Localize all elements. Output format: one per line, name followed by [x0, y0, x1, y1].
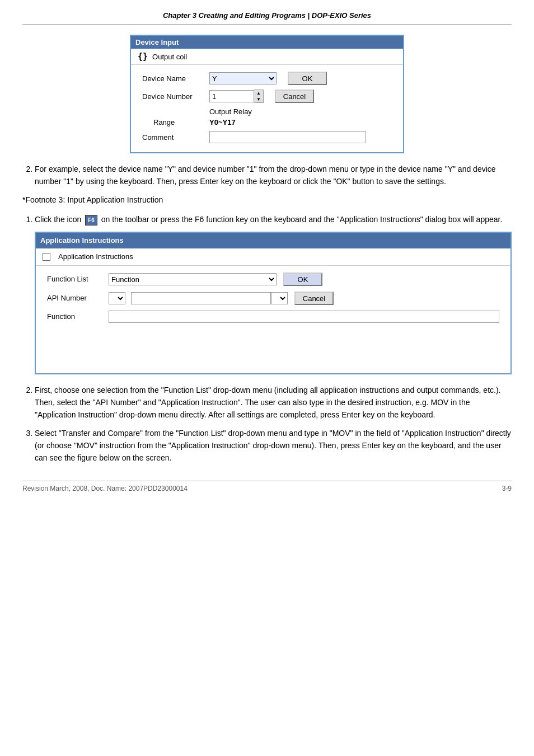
f6-icon: F6 — [85, 215, 97, 226]
device-name-label: Device Name — [142, 74, 209, 83]
comment-row: Comment — [142, 131, 392, 143]
device-input-title: Device Input — [131, 36, 403, 49]
function-label: Function — [47, 311, 109, 322]
device-name-row: Device Name Y OK — [142, 72, 392, 85]
api-number-row: API Number Cancel — [47, 292, 499, 305]
spinner-down[interactable]: ▼ — [254, 96, 263, 102]
app-dialog-subtitle-label: Application Instructions — [58, 251, 133, 262]
page-header: Chapter 3 Creating and Editing Programs … — [22, 11, 512, 25]
app-dialog-title: Application Instructions — [36, 233, 510, 248]
comment-label: Comment — [142, 133, 209, 142]
range-label: Range — [153, 118, 209, 126]
page-footer: Revision March, 2008, Doc. Name: 2007PDD… — [22, 481, 512, 492]
spinner-up[interactable]: ▲ — [254, 90, 263, 96]
step1-text-before: Click the icon — [35, 215, 81, 224]
app-dialog-body: Function List Function OK API Number — [36, 266, 510, 373]
step2-text: For example, select the device name "Y" … — [35, 165, 496, 186]
output-relay-label: Output Relay — [209, 107, 392, 116]
checkbox-icon[interactable] — [43, 253, 50, 261]
footnote-list-item-3: Select "Transfer and Compare" from the "… — [35, 428, 512, 464]
footnote-list-item-1: Click the icon F6 on the toolbar or pres… — [35, 214, 512, 374]
main-list: For example, select the device name "Y" … — [35, 163, 512, 187]
api-number-select[interactable] — [109, 292, 125, 304]
function-list-row: Function List Function OK — [47, 273, 499, 286]
header-text: Chapter 3 Creating and Editing Programs … — [163, 11, 312, 20]
ok-button[interactable]: OK — [288, 72, 327, 85]
range-value: Y0~Y17 — [209, 118, 236, 126]
step1-text-after: on the toolbar or press the F6 function … — [101, 215, 503, 224]
function-list-select[interactable]: Function — [109, 273, 277, 285]
function-input[interactable] — [109, 311, 499, 323]
app-instructions-dialog: Application Instructions Application Ins… — [35, 232, 512, 374]
app-cancel-button[interactable]: Cancel — [294, 292, 334, 305]
device-input-body: Device Name Y OK Device Number ▲ ▼ Cance… — [131, 65, 403, 152]
step3-app-text: Select "Transfer and Compare" from the "… — [35, 429, 511, 462]
function-list-label: Function List — [47, 274, 109, 285]
device-input-subtitle: {} Output coil — [131, 49, 403, 65]
footnote: *Footnote 3: Input Application Instructi… — [22, 194, 512, 206]
spinner-buttons: ▲ ▼ — [254, 90, 264, 103]
device-number-label: Device Number — [142, 92, 209, 101]
app-dialog-subtitle: Application Instructions — [36, 248, 510, 266]
footer-right: 3-9 — [502, 485, 512, 492]
output-coil-label: Output coil — [152, 53, 187, 61]
range-row: Range Y0~Y17 — [142, 118, 392, 126]
list-item-2: For example, select the device name "Y" … — [35, 163, 512, 187]
app-instruction-input[interactable] — [131, 292, 271, 304]
device-name-select[interactable]: Y — [209, 72, 277, 84]
app-ok-button[interactable]: OK — [283, 273, 322, 286]
app-instruction-select[interactable] — [271, 292, 288, 304]
function-row: Function — [47, 311, 499, 323]
device-number-spinner: ▲ ▼ — [209, 90, 264, 103]
comment-input[interactable] — [209, 131, 366, 143]
footnote-list-item-2: First, choose one selection from the "Fu… — [35, 384, 512, 421]
footnote-list: Click the icon F6 on the toolbar or pres… — [35, 214, 512, 464]
output-coil-icon: {} — [138, 51, 148, 62]
cancel-button[interactable]: Cancel — [275, 90, 314, 103]
device-input-dialog: Device Input {} Output coil Device Name … — [130, 35, 404, 153]
device-number-row: Device Number ▲ ▼ Cancel — [142, 90, 392, 103]
footer-left: Revision March, 2008, Doc. Name: 2007PDD… — [22, 485, 188, 492]
header-bold: DOP-EXIO Series — [312, 11, 371, 20]
api-number-label: API Number — [47, 293, 109, 304]
step2-app-text: First, choose one selection from the "Fu… — [35, 386, 500, 419]
device-number-input[interactable] — [209, 90, 254, 102]
